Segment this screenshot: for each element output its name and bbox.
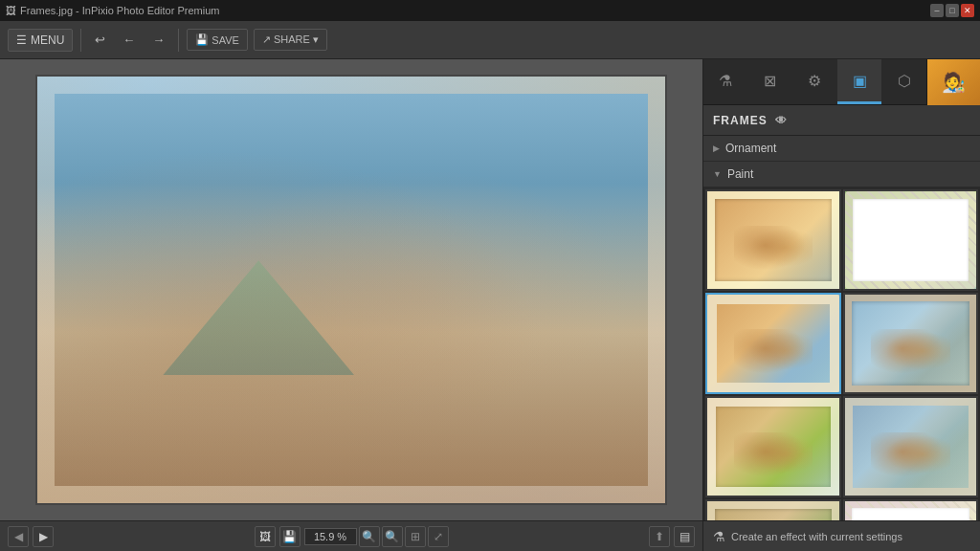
thumb-photo-5 (707, 398, 839, 496)
frame-thumbnail-1[interactable] (705, 189, 841, 291)
next-icon: ▶ (39, 530, 48, 543)
panel-toggle-button[interactable]: ▤ (674, 526, 695, 547)
zoom-out-button[interactable]: 🔍 (359, 526, 380, 547)
zoom-controls: 15.9 % 🔍 🔍 ⊞ ⤢ (304, 526, 449, 547)
fit-view-button[interactable]: ⊞ (405, 526, 426, 547)
zoom-out-icon: 🔍 (362, 530, 376, 543)
share-icon: ↗ (262, 33, 271, 46)
foreground-people (37, 205, 665, 503)
zoom-display[interactable]: 15.9 % (304, 528, 357, 545)
thumb-photo-3 (707, 295, 839, 392)
ornament-category[interactable]: ▶ Ornament (703, 136, 980, 162)
back-button[interactable]: ← (117, 30, 141, 50)
image-mode-icon: 🖼 (259, 530, 271, 543)
toolbar: ☰ MENU ↩ ← → 💾 SAVE ↗ SHARE ▾ (0, 21, 980, 59)
filters-tool-button[interactable]: ⚗ (703, 59, 748, 104)
window-title: 🖼 Frames.jpg - InPixio Photo Editor Prem… (6, 5, 219, 16)
window-controls[interactable]: – □ ✕ (930, 4, 974, 17)
adjust-icon: ⚙ (808, 72, 821, 90)
save-icon: 💾 (195, 33, 209, 46)
maximize-button[interactable]: □ (946, 4, 959, 17)
flask-icon: ⚗ (713, 529, 725, 544)
thumb-people-2 (871, 226, 950, 275)
ornament-arrow-icon: ▶ (713, 143, 720, 153)
minimize-button[interactable]: – (930, 4, 944, 17)
photo-canvas (35, 75, 667, 505)
thumb-people-3 (734, 329, 813, 378)
save-state-button[interactable]: 💾 (279, 526, 301, 547)
zoom-in-icon: 🔍 (385, 530, 399, 543)
toolbar-separator-2 (178, 29, 179, 52)
frame-thumbnail-6[interactable] (843, 396, 979, 497)
expand-icon: ⤢ (434, 530, 443, 543)
thumb-photo-8 (845, 501, 977, 520)
expand-view-button[interactable]: ⤢ (428, 526, 449, 547)
canvas-area[interactable] (0, 59, 702, 520)
bottom-bar: ◀ ▶ 🖼 💾 15.9 % 🔍 🔍 ⊞ ⤢ (0, 520, 980, 551)
paint-arrow-icon: ▼ (713, 169, 722, 179)
forward-button[interactable]: → (146, 30, 170, 50)
app-icon: 🖼 (6, 5, 16, 16)
share-button[interactable]: ↗ SHARE ▾ (254, 29, 327, 51)
frame-thumbnail-8[interactable] (843, 499, 979, 520)
visibility-icon: 👁 (775, 114, 788, 127)
overlay-tool-button[interactable]: ⬡ (881, 59, 926, 104)
tool-icons-bar: ⚗ ⊠ ⚙ ▣ ⬡ 🧑‍🎨 (703, 59, 980, 105)
photo-background (37, 77, 665, 503)
thumb-photo-4 (845, 295, 977, 392)
user-avatar[interactable]: 🧑‍🎨 (926, 59, 980, 105)
frames-list[interactable]: ▶ Ornament ▼ Paint (703, 136, 980, 520)
panel-header: FRAMES 👁 (703, 105, 980, 136)
overlay-icon: ⬡ (898, 72, 911, 90)
toolbar-separator (80, 29, 81, 52)
paint-label: Paint (727, 167, 753, 181)
create-effect-label: Create an effect with current settings (731, 531, 902, 542)
prev-image-button[interactable]: ◀ (8, 526, 29, 547)
thumb-photo-6 (845, 398, 977, 496)
zoom-in-button[interactable]: 🔍 (382, 526, 403, 547)
right-panel: ⚗ ⊠ ⚙ ▣ ⬡ 🧑‍🎨 FRAMES 👁 (702, 59, 980, 520)
next-image-button[interactable]: ▶ (33, 526, 54, 547)
panel-toggle-icon: ▤ (679, 530, 690, 543)
thumb-people-4 (871, 329, 950, 378)
panel-title: FRAMES (713, 114, 768, 127)
crop-tool-button[interactable]: ⊠ (748, 59, 793, 104)
hamburger-icon: ☰ (16, 33, 27, 47)
bottom-left-bar: ◀ ▶ 🖼 💾 15.9 % 🔍 🔍 ⊞ ⤢ (0, 521, 702, 551)
frame-thumbnail-2[interactable] (843, 189, 979, 291)
frames-tool-button[interactable]: ▣ (837, 59, 882, 104)
create-effect-button[interactable]: ⚗ Create an effect with current settings (713, 529, 902, 544)
adjust-tool-button[interactable]: ⚙ (792, 59, 837, 104)
frames-icon: ▣ (853, 72, 867, 90)
thumb-people-5 (734, 432, 813, 481)
close-button[interactable]: ✕ (961, 4, 974, 17)
thumb-photo-1 (707, 191, 839, 289)
title-bar: 🖼 Frames.jpg - InPixio Photo Editor Prem… (0, 0, 980, 21)
bottom-right-bar: ⚗ Create an effect with current settings (702, 521, 980, 551)
export-button[interactable]: ⬆ (649, 526, 670, 547)
filters-icon: ⚗ (719, 72, 732, 90)
thumb-people-1 (734, 226, 813, 275)
save-button[interactable]: 💾 SAVE (187, 29, 248, 51)
menu-button[interactable]: ☰ MENU (8, 29, 73, 52)
crop-icon: ⊠ (764, 72, 776, 90)
fit-view-icon: ⊞ (411, 530, 420, 543)
frame-thumbnail-7[interactable] (705, 499, 841, 520)
avatar-emoji: 🧑‍🎨 (942, 71, 966, 94)
thumb-people-6 (871, 432, 950, 481)
undo-button[interactable]: ↩ (89, 30, 111, 50)
thumb-photo-7 (707, 501, 839, 520)
ornament-label: Ornament (725, 142, 776, 155)
image-mode-button[interactable]: 🖼 (255, 526, 276, 547)
prev-icon: ◀ (14, 530, 23, 543)
export-icon: ⬆ (655, 530, 664, 543)
frames-grid (703, 187, 980, 520)
main-layout: ⚗ ⊠ ⚙ ▣ ⬡ 🧑‍🎨 FRAMES 👁 (0, 59, 980, 520)
frame-thumbnail-4[interactable] (843, 293, 979, 394)
frame-thumbnail-5[interactable] (705, 396, 841, 497)
frame-thumbnail-3[interactable] (705, 293, 841, 394)
paint-category[interactable]: ▼ Paint (703, 162, 980, 187)
save-state-icon: 💾 (282, 530, 297, 543)
thumb-photo-2 (845, 191, 977, 289)
